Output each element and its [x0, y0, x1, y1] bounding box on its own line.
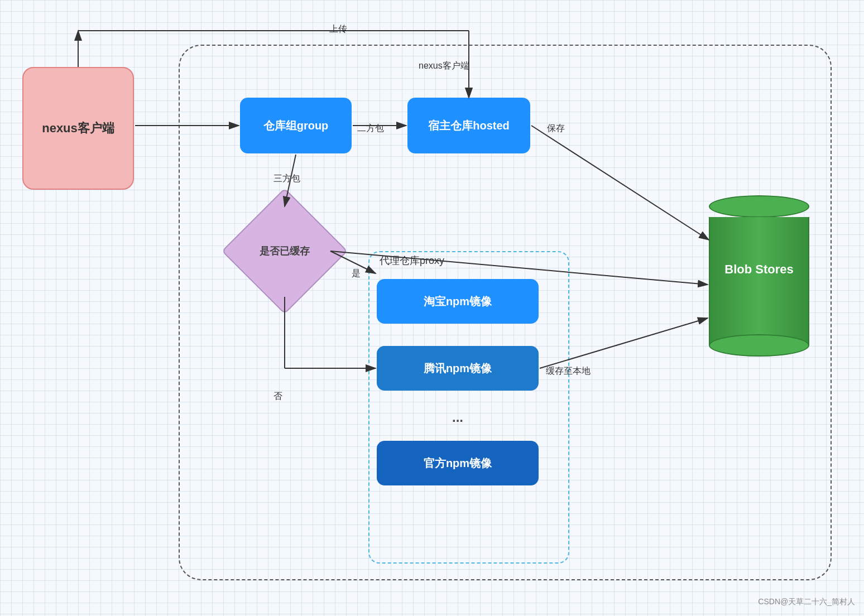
- third-party-pkg-label: 三方包: [273, 173, 300, 185]
- hosted-warehouse-label: 宿主仓库hosted: [428, 118, 510, 133]
- cylinder-top: [709, 195, 809, 218]
- warehouse-group-box: 仓库组group: [240, 98, 352, 153]
- tencent-npm-box: 腾讯npm镜像: [377, 346, 539, 391]
- cylinder-bottom: [709, 334, 809, 357]
- upload-label: 上传: [329, 23, 347, 35]
- nexus-client-arrow-label: nexus客户端: [419, 60, 469, 72]
- taobao-npm-box: 淘宝npm镜像: [377, 279, 539, 324]
- diagram-canvas: nexus客户端 仓库组group 宿主仓库hosted 是否已缓存 代理仓库p…: [0, 0, 864, 616]
- yes-label: 是: [352, 268, 361, 280]
- proxy-boundary-label: 代理仓库proxy: [380, 254, 444, 267]
- second-party-pkg-label: 二方包: [357, 123, 384, 134]
- no-label: 否: [273, 391, 282, 402]
- cylinder-shape: Blob Stores: [709, 195, 809, 357]
- warehouse-group-label: 仓库组group: [263, 118, 329, 133]
- watermark: CSDN@天草二十六_简村人: [758, 597, 855, 607]
- hosted-warehouse-box: 宿主仓库hosted: [407, 98, 530, 153]
- proxy-dots: ...: [377, 406, 539, 429]
- save-label: 保存: [547, 123, 565, 134]
- nexus-client-box: nexus客户端: [22, 67, 134, 190]
- cache-local-label: 缓存至本地: [546, 365, 591, 377]
- cache-decision-box: 是否已缓存: [240, 206, 329, 296]
- nexus-client-label: nexus客户端: [42, 120, 114, 137]
- official-npm-box: 官方npm镜像: [377, 441, 539, 485]
- blob-stores-cylinder: Blob Stores: [709, 195, 809, 357]
- cache-decision-label: 是否已缓存: [240, 206, 329, 296]
- blob-stores-label: Blob Stores: [709, 262, 809, 277]
- cylinder-body: [709, 217, 809, 345]
